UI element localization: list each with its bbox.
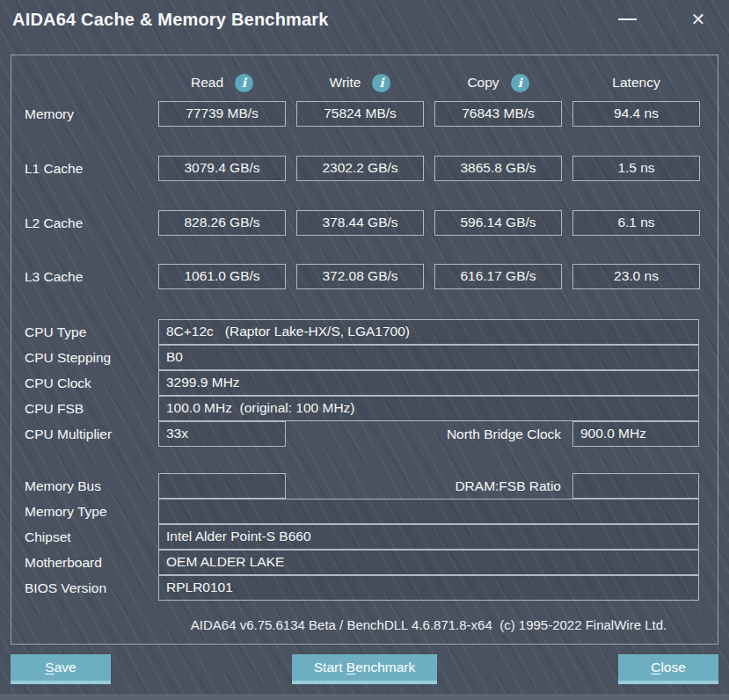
row-label-l1-cache: L1 Cache — [25, 160, 83, 178]
dram-fsb-ratio-label: DRAM:FSB Ratio — [299, 478, 561, 495]
memory-type-value — [158, 499, 699, 524]
north-bridge-clock-value: 900.0 MHz — [572, 421, 699, 447]
row-label-l3-cache: L3 Cache — [25, 268, 83, 286]
column-label-latency: Latency — [612, 75, 660, 91]
l2-write-value: 378.44 GB/s — [296, 210, 424, 236]
column-label-read: Read — [191, 75, 223, 91]
l1-read-value: 3079.4 GB/s — [158, 156, 286, 181]
info-icon[interactable]: i — [372, 74, 390, 92]
save-button[interactable]: Save — [11, 654, 111, 684]
row-label-memory: Memory — [25, 106, 74, 123]
column-label-copy: Copy — [467, 75, 499, 91]
column-header-write: Write i — [296, 72, 424, 93]
start-benchmark-label-rest: enchmark — [355, 660, 415, 675]
column-header-copy: Copy i — [434, 72, 562, 93]
column-header-latency: Latency — [572, 72, 700, 93]
row-label-cpu-stepping: CPU Stepping — [25, 349, 111, 367]
start-benchmark-accesskey: B — [346, 660, 355, 675]
window-bottom-edge — [0, 694, 729, 700]
info-icon[interactable]: i — [511, 74, 529, 92]
row-label-memory-bus: Memory Bus — [25, 478, 101, 495]
close-button-label-rest: lose — [660, 660, 685, 675]
l3-copy-value: 616.17 GB/s — [434, 264, 562, 289]
row-label-cpu-type: CPU Type — [25, 324, 86, 341]
l2-latency-value: 6.1 ns — [572, 210, 700, 236]
memory-copy-value: 76843 MB/s — [434, 101, 562, 127]
row-label-cpu-multiplier: CPU Multiplier — [25, 426, 112, 443]
memory-latency-value: 94.4 ns — [572, 101, 700, 127]
cpu-type-value: 8C+12c (Raptor Lake-HX/S, LGA1700) — [158, 319, 699, 345]
page-title: AIDA64 Cache & Memory Benchmark — [12, 10, 329, 30]
start-benchmark-label: Start — [314, 660, 346, 675]
close-icon: ✕ — [691, 11, 706, 28]
minimize-icon — [618, 18, 637, 20]
l3-read-value: 1061.0 GB/s — [158, 264, 286, 289]
close-button[interactable]: ✕ — [682, 5, 715, 33]
row-label-memory-type: Memory Type — [25, 503, 107, 521]
row-label-motherboard: Motherboard — [25, 554, 102, 572]
row-label-chipset: Chipset — [25, 529, 71, 546]
cpu-fsb-value: 100.0 MHz (original: 100 MHz) — [158, 396, 699, 421]
north-bridge-clock-label: North Bridge Clock — [299, 426, 561, 443]
row-label-bios-version: BIOS Version — [25, 580, 106, 597]
save-button-label-rest: ave — [55, 660, 77, 675]
l1-copy-value: 3865.8 GB/s — [434, 156, 562, 181]
column-label-write: Write — [330, 75, 361, 91]
row-label-cpu-fsb: CPU FSB — [25, 400, 84, 418]
chipset-value: Intel Alder Point-S B660 — [158, 524, 699, 550]
memory-read-value: 77739 MB/s — [158, 101, 286, 127]
minimize-button[interactable] — [610, 5, 644, 33]
close-button-accesskey: C — [651, 660, 660, 675]
l1-latency-value: 1.5 ns — [572, 156, 700, 181]
memory-write-value: 75824 MB/s — [296, 101, 424, 127]
aida64-window: AIDA64 Cache & Memory Benchmark ✕ Read i… — [0, 0, 729, 700]
start-benchmark-button[interactable]: Start Benchmark — [292, 654, 437, 684]
save-button-accesskey: S — [45, 660, 54, 675]
bios-version-value: RPLR0101 — [158, 575, 699, 601]
close-dialog-button[interactable]: Close — [618, 654, 718, 684]
cpu-stepping-value: B0 — [158, 345, 699, 370]
row-label-cpu-clock: CPU Clock — [25, 375, 91, 392]
cpu-multiplier-value: 33x — [158, 421, 286, 447]
l3-write-value: 372.08 GB/s — [296, 264, 424, 289]
l3-latency-value: 23.0 ns — [572, 264, 700, 289]
dram-fsb-ratio-value — [572, 473, 699, 499]
memory-bus-value — [158, 473, 286, 499]
info-icon[interactable]: i — [235, 74, 253, 92]
row-label-l2-cache: L2 Cache — [25, 215, 83, 232]
l2-copy-value: 596.14 GB/s — [434, 210, 562, 236]
version-text: AIDA64 v6.75.6134 Beta / BenchDLL 4.6.87… — [158, 617, 699, 632]
column-header-read: Read i — [158, 72, 286, 93]
cpu-clock-value: 3299.9 MHz — [158, 370, 699, 396]
motherboard-value: OEM ALDER LAKE — [158, 550, 699, 575]
l1-write-value: 2302.2 GB/s — [296, 156, 424, 181]
l2-read-value: 828.26 GB/s — [158, 210, 286, 236]
